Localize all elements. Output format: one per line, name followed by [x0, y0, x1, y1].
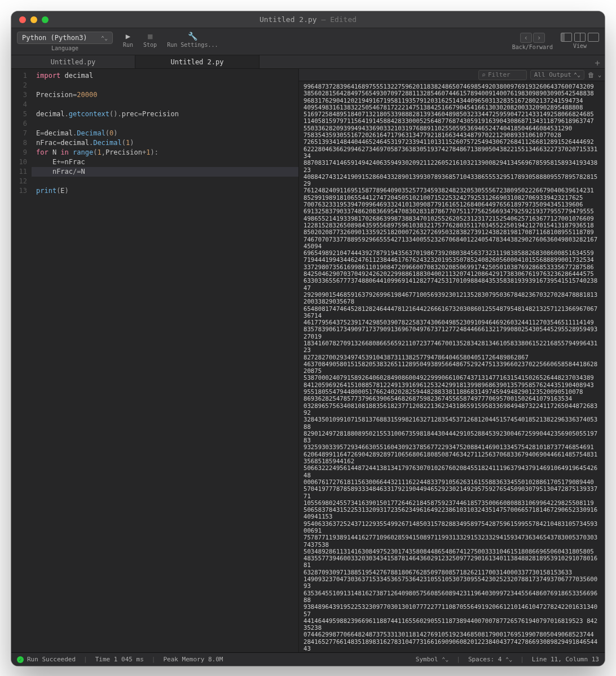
success-icon [17, 656, 24, 663]
toolbar: Python (Python3) ⌃⌄ Language ▶ Run ■ Sto… [11, 28, 605, 55]
run-settings-button[interactable]: 🔧 Run Settings... [167, 32, 218, 48]
app-window: Untitled 2.py — Edited Python (Python3) … [11, 11, 605, 666]
symbol-menu[interactable]: Symbol ⌃⌄ [416, 656, 448, 663]
stop-icon: ■ [148, 32, 152, 41]
tab[interactable]: Untitled 2.py [135, 55, 259, 68]
tab-bar: Untitled.pyUntitled 2.py + [11, 55, 605, 69]
tab[interactable]: Untitled.py [11, 55, 135, 68]
close-icon[interactable] [19, 16, 26, 23]
output-body[interactable]: 9964873728396416897555132275962011838248… [299, 81, 605, 652]
play-icon: ▶ [126, 32, 130, 41]
language-value: Python (Python3) [22, 34, 87, 42]
line-gutter: 12345678910111213 [11, 69, 32, 652]
run-status: Run Succeeded [27, 656, 76, 663]
language-label: Language [51, 45, 78, 51]
view-full-icon[interactable] [588, 33, 599, 42]
wrench-icon: 🔧 [188, 32, 197, 41]
indent-menu[interactable]: Spaces: 4 ⌃⌄ [468, 656, 512, 663]
run-button[interactable]: ▶ Run [123, 32, 133, 48]
editor-pane: 12345678910111213 import decimal Precisi… [11, 69, 299, 652]
back-forward-nav[interactable]: ‹ › Back/Forward [512, 33, 553, 50]
titlebar: Untitled 2.py — Edited [11, 11, 605, 28]
view-split-icon[interactable] [574, 33, 586, 42]
forward-icon[interactable]: › [533, 33, 545, 43]
status-bar: Run Succeeded | Time 1 045 ms | Peak Mem… [11, 652, 605, 666]
new-tab-button[interactable]: + [595, 58, 600, 68]
run-memory: Peak Memory 8.0M [163, 656, 223, 663]
title-state: Edited [330, 15, 357, 24]
zoom-icon[interactable] [42, 16, 49, 23]
cursor-position: Line 11, Column 13 [532, 656, 599, 663]
output-toolbar: Filter All Output ⌃⌄ 🗑 ⌄ [299, 69, 605, 81]
language-selector[interactable]: Python (Python3) ⌃⌄ [17, 32, 113, 44]
chevron-down-icon[interactable]: ⌄ [598, 72, 601, 78]
output-pane: Filter All Output ⌃⌄ 🗑 ⌄ 996487372839641… [299, 69, 605, 652]
stop-button[interactable]: ■ Stop [143, 32, 157, 48]
output-filter-input[interactable]: Filter [478, 70, 527, 80]
minimize-icon[interactable] [30, 16, 37, 23]
code-editor[interactable]: 12345678910111213 import decimal Precisi… [11, 69, 298, 652]
main-split: 12345678910111213 import decimal Precisi… [11, 69, 605, 652]
chevron-updown-icon: ⌃⌄ [574, 72, 580, 78]
view-sidebar-icon[interactable] [561, 33, 572, 42]
title-filename: Untitled 2.py [259, 15, 317, 24]
run-time: Time 1 045 ms [95, 656, 144, 663]
chevron-updown-icon: ⌃⌄ [101, 35, 108, 41]
window-controls [11, 16, 49, 23]
view-modes[interactable]: View [561, 33, 599, 49]
clear-output-icon[interactable]: 🗑 [588, 71, 595, 79]
window-title: Untitled 2.py — Edited [11, 15, 605, 24]
code-body[interactable]: import decimal Precision=20000 decimal.g… [32, 69, 298, 652]
output-filter-dropdown[interactable]: All Output ⌃⌄ [530, 70, 584, 80]
back-icon[interactable]: ‹ [520, 33, 532, 43]
